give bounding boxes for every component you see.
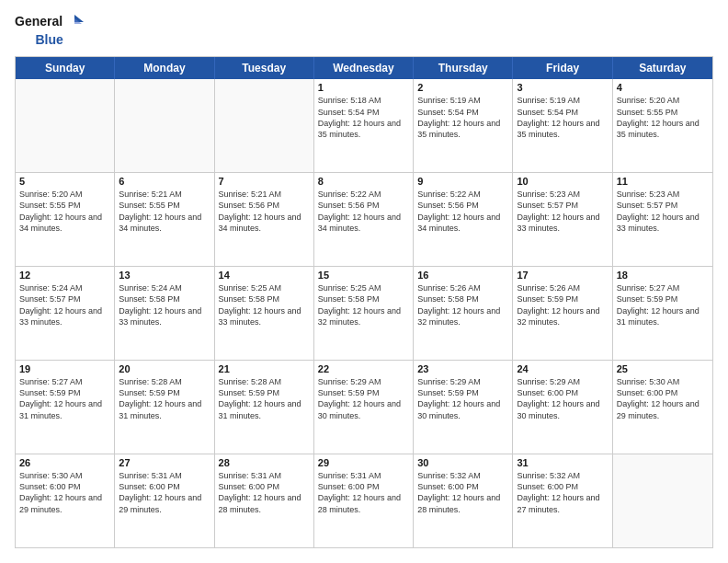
day-number: 30 (417, 457, 508, 468)
day-info: Sunrise: 5:18 AM Sunset: 5:54 PM Dayligh… (318, 95, 409, 140)
day-cell: 11Sunrise: 5:23 AM Sunset: 5:57 PM Dayli… (613, 173, 712, 266)
day-number: 9 (417, 176, 508, 187)
day-number: 24 (517, 363, 608, 374)
day-header-saturday: Saturday (613, 57, 712, 79)
calendar-row-5: 26Sunrise: 5:30 AM Sunset: 6:00 PM Dayli… (16, 454, 712, 547)
day-info: Sunrise: 5:32 AM Sunset: 6:00 PM Dayligh… (417, 470, 508, 515)
day-number: 27 (119, 457, 210, 468)
day-cell: 19Sunrise: 5:27 AM Sunset: 5:59 PM Dayli… (16, 361, 115, 454)
day-cell: 28Sunrise: 5:31 AM Sunset: 6:00 PM Dayli… (215, 454, 314, 547)
day-cell: 7Sunrise: 5:21 AM Sunset: 5:56 PM Daylig… (215, 173, 314, 266)
day-info: Sunrise: 5:26 AM Sunset: 5:59 PM Dayligh… (517, 282, 608, 327)
day-cell: 21Sunrise: 5:28 AM Sunset: 5:59 PM Dayli… (215, 361, 314, 454)
day-number: 19 (19, 363, 110, 374)
day-cell: 4Sunrise: 5:20 AM Sunset: 5:55 PM Daylig… (613, 79, 712, 172)
day-info: Sunrise: 5:22 AM Sunset: 5:56 PM Dayligh… (417, 189, 508, 234)
calendar-row-4: 19Sunrise: 5:27 AM Sunset: 5:59 PM Dayli… (16, 360, 712, 454)
day-info: Sunrise: 5:26 AM Sunset: 5:58 PM Dayligh… (417, 282, 508, 327)
logo-general: General (15, 15, 84, 29)
day-number: 6 (119, 176, 210, 187)
day-cell: 2Sunrise: 5:19 AM Sunset: 5:54 PM Daylig… (414, 79, 513, 172)
day-number: 7 (219, 176, 310, 187)
day-number: 31 (517, 457, 608, 468)
day-cell: 14Sunrise: 5:25 AM Sunset: 5:58 PM Dayli… (215, 267, 314, 360)
day-info: Sunrise: 5:24 AM Sunset: 5:58 PM Dayligh… (119, 282, 210, 327)
day-info: Sunrise: 5:21 AM Sunset: 5:56 PM Dayligh… (219, 189, 310, 234)
day-info: Sunrise: 5:31 AM Sunset: 6:00 PM Dayligh… (119, 470, 210, 515)
day-info: Sunrise: 5:28 AM Sunset: 5:59 PM Dayligh… (119, 376, 210, 421)
day-cell: 18Sunrise: 5:27 AM Sunset: 5:59 PM Dayli… (613, 267, 712, 360)
day-number: 5 (19, 176, 110, 187)
day-info: Sunrise: 5:31 AM Sunset: 6:00 PM Dayligh… (219, 470, 310, 515)
day-info: Sunrise: 5:27 AM Sunset: 5:59 PM Dayligh… (19, 376, 110, 421)
logo: General Blue (15, 15, 84, 47)
day-info: Sunrise: 5:20 AM Sunset: 5:55 PM Dayligh… (19, 189, 110, 234)
day-info: Sunrise: 5:28 AM Sunset: 5:59 PM Dayligh… (219, 376, 310, 421)
day-number: 14 (219, 270, 310, 281)
day-cell: 29Sunrise: 5:31 AM Sunset: 6:00 PM Dayli… (314, 454, 414, 547)
day-number: 29 (318, 457, 409, 468)
calendar-body: 1Sunrise: 5:18 AM Sunset: 5:54 PM Daylig… (16, 79, 712, 547)
day-cell: 23Sunrise: 5:29 AM Sunset: 5:59 PM Dayli… (414, 361, 513, 454)
day-info: Sunrise: 5:31 AM Sunset: 6:00 PM Dayligh… (318, 470, 409, 515)
calendar-header: SundayMondayTuesdayWednesdayThursdayFrid… (16, 57, 712, 79)
day-number: 11 (617, 176, 709, 187)
day-cell: 10Sunrise: 5:23 AM Sunset: 5:57 PM Dayli… (513, 173, 612, 266)
day-number: 16 (417, 270, 508, 281)
day-cell: 17Sunrise: 5:26 AM Sunset: 5:59 PM Dayli… (513, 267, 612, 360)
logo-bird-icon (65, 15, 84, 29)
day-number: 18 (617, 270, 709, 281)
day-cell (16, 79, 115, 172)
day-info: Sunrise: 5:32 AM Sunset: 6:00 PM Dayligh… (517, 470, 608, 515)
day-cell: 6Sunrise: 5:21 AM Sunset: 5:55 PM Daylig… (115, 173, 214, 266)
day-cell: 26Sunrise: 5:30 AM Sunset: 6:00 PM Dayli… (16, 454, 115, 547)
day-cell: 3Sunrise: 5:19 AM Sunset: 5:54 PM Daylig… (513, 79, 612, 172)
logo-blue: Blue (35, 33, 63, 47)
day-info: Sunrise: 5:20 AM Sunset: 5:55 PM Dayligh… (617, 95, 709, 140)
day-cell: 22Sunrise: 5:29 AM Sunset: 5:59 PM Dayli… (314, 361, 414, 454)
day-info: Sunrise: 5:30 AM Sunset: 6:00 PM Dayligh… (19, 470, 110, 515)
day-number: 13 (119, 270, 210, 281)
day-info: Sunrise: 5:24 AM Sunset: 5:57 PM Dayligh… (19, 282, 110, 327)
day-number: 4 (617, 82, 709, 93)
day-number: 23 (417, 363, 508, 374)
day-cell: 1Sunrise: 5:18 AM Sunset: 5:54 PM Daylig… (314, 79, 414, 172)
day-number: 22 (318, 363, 409, 374)
day-header-sunday: Sunday (16, 57, 115, 79)
calendar-row-3: 12Sunrise: 5:24 AM Sunset: 5:57 PM Dayli… (16, 266, 712, 360)
day-info: Sunrise: 5:29 AM Sunset: 5:59 PM Dayligh… (417, 376, 508, 421)
day-number: 21 (219, 363, 310, 374)
day-number: 2 (417, 82, 508, 93)
day-cell: 15Sunrise: 5:25 AM Sunset: 5:58 PM Dayli… (314, 267, 414, 360)
day-info: Sunrise: 5:25 AM Sunset: 5:58 PM Dayligh… (318, 282, 409, 327)
day-cell: 13Sunrise: 5:24 AM Sunset: 5:58 PM Dayli… (115, 267, 214, 360)
calendar: SundayMondayTuesdayWednesdayThursdayFrid… (15, 56, 713, 548)
day-number: 15 (318, 270, 409, 281)
day-header-thursday: Thursday (414, 57, 513, 79)
day-info: Sunrise: 5:19 AM Sunset: 5:54 PM Dayligh… (517, 95, 608, 140)
day-cell: 31Sunrise: 5:32 AM Sunset: 6:00 PM Dayli… (513, 454, 612, 547)
day-number: 28 (219, 457, 310, 468)
header: General Blue (15, 15, 713, 47)
day-info: Sunrise: 5:23 AM Sunset: 5:57 PM Dayligh… (617, 189, 709, 234)
day-info: Sunrise: 5:23 AM Sunset: 5:57 PM Dayligh… (517, 189, 608, 234)
calendar-row-1: 1Sunrise: 5:18 AM Sunset: 5:54 PM Daylig… (16, 79, 712, 172)
day-info: Sunrise: 5:29 AM Sunset: 6:00 PM Dayligh… (517, 376, 608, 421)
day-cell: 20Sunrise: 5:28 AM Sunset: 5:59 PM Dayli… (115, 361, 214, 454)
day-number: 12 (19, 270, 110, 281)
day-number: 20 (119, 363, 210, 374)
day-cell: 12Sunrise: 5:24 AM Sunset: 5:57 PM Dayli… (16, 267, 115, 360)
day-info: Sunrise: 5:29 AM Sunset: 5:59 PM Dayligh… (318, 376, 409, 421)
day-number: 25 (617, 363, 709, 374)
day-header-wednesday: Wednesday (314, 57, 414, 79)
day-cell: 24Sunrise: 5:29 AM Sunset: 6:00 PM Dayli… (513, 361, 612, 454)
day-cell: 9Sunrise: 5:22 AM Sunset: 5:56 PM Daylig… (414, 173, 513, 266)
day-header-tuesday: Tuesday (215, 57, 314, 79)
day-number: 17 (517, 270, 608, 281)
day-info: Sunrise: 5:21 AM Sunset: 5:55 PM Dayligh… (119, 189, 210, 234)
day-header-monday: Monday (115, 57, 214, 79)
day-cell: 30Sunrise: 5:32 AM Sunset: 6:00 PM Dayli… (414, 454, 513, 547)
calendar-row-2: 5Sunrise: 5:20 AM Sunset: 5:55 PM Daylig… (16, 172, 712, 266)
day-info: Sunrise: 5:27 AM Sunset: 5:59 PM Dayligh… (617, 282, 709, 327)
day-number: 8 (318, 176, 409, 187)
